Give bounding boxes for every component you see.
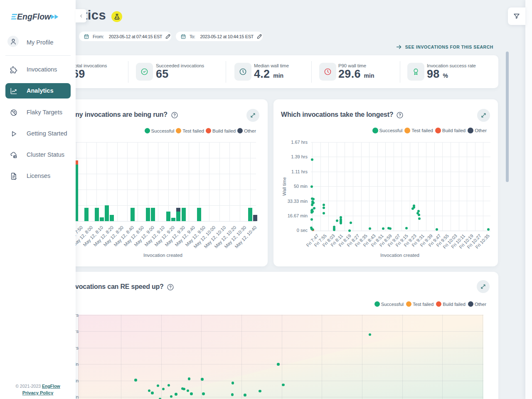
svg-text:EngFlow: EngFlow (17, 12, 52, 21)
